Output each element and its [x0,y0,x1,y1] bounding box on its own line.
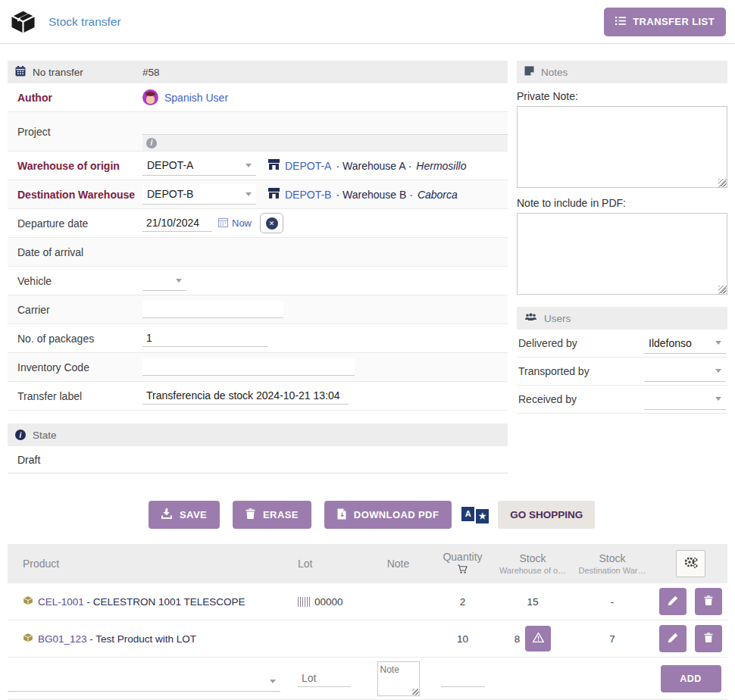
received-by-select[interactable] [644,389,726,410]
origin-warehouse-row: Warehouse of origin DEPOT-A DEPOT-A [8,152,508,180]
note-icon [524,66,534,78]
received-by-row: Received by [517,386,727,414]
transported-by-select[interactable] [644,361,726,382]
save-button[interactable]: SAVE [149,501,220,529]
close-icon: ✕ [266,217,278,230]
package-box-icon [9,9,37,34]
received-by-label: Received by [518,393,644,405]
now-link[interactable]: Now [232,217,252,229]
carrier-row: Carrier [8,295,508,324]
trash-icon [704,595,713,608]
delivered-by-value: Ildefonso [649,337,692,349]
chevron-down-icon [176,279,182,283]
stock-origin-title: Stock [519,552,546,564]
product-link[interactable]: CEL-1001 - CELESTRON 1001 TELESCOPE [38,596,246,608]
destination-warehouse-info: DEPOT-B · Warehouse B · Caborca [267,188,458,201]
pdf-file-icon [337,508,346,522]
delete-row-button[interactable] [695,625,722,652]
author-link[interactable]: Spanish User [164,92,228,104]
new-product-select[interactable] [8,672,280,692]
trash-icon [704,633,713,645]
cart-icon [457,564,468,577]
author-row: Author Spanish User [8,83,508,112]
transfer-section-header: No transfer #58 [8,61,508,83]
project-input[interactable] [142,115,508,135]
carrier-input[interactable] [142,301,283,318]
transported-by-row: Transported by [517,358,727,386]
packages-row: No. of packages [8,324,508,353]
stock-warning-button[interactable] [525,626,551,652]
users-section-header: Users [517,307,727,330]
users-section: Users Delivered by Ildefonso Transported… [517,307,727,414]
private-note-textarea[interactable] [517,106,727,188]
state-section-title: State [33,430,57,441]
clear-date-button[interactable]: ✕ [260,213,283,233]
download-pdf-button[interactable]: DOWNLOAD PDF [324,501,452,529]
delivered-by-label: Delivered by [518,337,644,349]
notes-section-title: Notes [541,67,568,78]
stock-dest-column-header: Stock Destination War… [571,552,654,575]
new-quantity-input[interactable] [441,670,485,687]
stock-dest-title: Stock [599,552,625,564]
quantity-value: 10 [430,633,495,645]
stock-dest-subtitle: Destination War… [579,566,646,575]
erase-button[interactable]: ERASE [233,501,311,529]
users-icon [524,313,537,324]
inventory-code-input[interactable] [142,358,355,376]
pencil-icon [668,595,678,608]
destination-warehouse-select[interactable]: DEPOT-B [142,184,256,205]
origin-warehouse-info: DEPOT-A · Warehouse A · Hermosillo [267,159,466,172]
delete-row-button[interactable] [695,588,722,615]
packages-input[interactable] [142,330,268,347]
product-link[interactable]: BG01_123 - Test Product with LOT [38,633,196,645]
edit-row-button[interactable] [659,625,687,652]
page-title[interactable]: Stock transfer [48,15,121,29]
vehicle-label: Vehicle [8,275,142,287]
go-shopping-button[interactable]: GO SHOPPING [498,501,595,529]
state-section: i State Draft [8,423,508,473]
destination-warehouse-row: Destination Warehouse DEPOT-B DEPOT-B [8,180,508,209]
departure-date-input[interactable] [142,214,212,232]
transfer-list-button[interactable]: TRANSFER LIST [604,8,726,36]
inventory-code-row: Inventory Code [8,353,508,382]
product-column-header: Product [8,558,298,570]
pencil-icon [668,633,678,645]
new-note-textarea[interactable] [377,661,420,696]
product-table-header: Product Lot Note Quantity Stock [8,544,727,583]
save-download-icon [161,508,172,521]
transfer-label-input[interactable] [142,387,349,405]
product-code: CEL-1001 [38,596,84,608]
save-label: SAVE [180,509,207,520]
departure-date-row: Departure date Now ✕ [8,209,508,238]
delivered-by-select[interactable]: Ildefonso [644,333,726,354]
warning-icon [533,633,544,645]
chevron-down-icon [270,680,276,683]
users-section-title: Users [544,313,571,324]
destination-warehouse-value: DEPOT-B [147,188,193,200]
chevron-down-icon [715,341,721,345]
table-settings-button[interactable] [676,550,705,577]
origin-warehouse-link[interactable]: DEPOT-A [285,160,331,172]
top-bar: Stock transfer TRANSFER LIST [0,0,735,44]
edit-row-button[interactable] [659,588,687,615]
stock-origin-value: 15 [527,596,538,608]
info-icon: i [146,138,157,148]
barcode-icon [298,597,311,607]
cogs-icon [683,557,699,571]
origin-warehouse-select[interactable]: DEPOT-A [142,155,256,176]
add-product-button[interactable]: ADD [661,665,721,692]
destination-warehouse-link[interactable]: DEPOT-B [285,189,331,201]
translate-icon[interactable]: A ★ [461,507,489,523]
transported-by-label: Transported by [518,365,644,377]
new-lot-input[interactable] [298,670,351,687]
list-icon [615,16,626,28]
product-table: Product Lot Note Quantity Stock [8,544,727,700]
product-name: - CELESTRON 1001 TELESCOPE [84,596,246,608]
chevron-down-icon [715,369,721,373]
vehicle-select[interactable] [142,270,186,291]
project-info-strip: i [142,135,508,151]
erase-label: ERASE [263,509,299,520]
pdf-note-textarea[interactable] [517,213,727,295]
calendar-grid-icon [218,217,228,230]
quantity-column-header: Quantity [430,551,495,577]
